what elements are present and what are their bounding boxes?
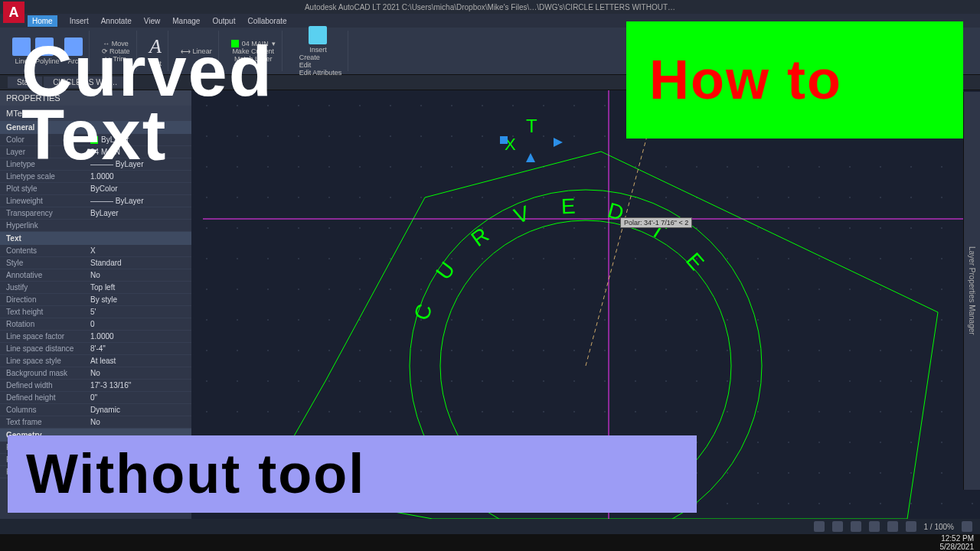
prop-row[interactable]: DirectionBy style (0, 294, 191, 306)
line-icon[interactable] (12, 37, 31, 56)
prop-row[interactable]: Background maskNo (0, 367, 191, 380)
tab-view[interactable]: View (144, 17, 161, 25)
drawing-canvas[interactable]: T X CURVEDTE Polar: 34'-1 7/16" < 2 (191, 90, 980, 519)
prop-value[interactable]: 741'-4 7/16" (90, 443, 185, 452)
prop-row[interactable]: Rotation0 (0, 318, 191, 331)
section-geometry[interactable]: Geometry (0, 429, 191, 442)
prop-row[interactable]: Defined height0" (0, 392, 191, 404)
prop-row[interactable]: Position Y218'-11 5/16" (0, 454, 191, 466)
prop-value[interactable]: Standard (90, 259, 185, 267)
tab-collaborate[interactable]: Collaborate (247, 17, 286, 25)
prop-value[interactable]: No (90, 369, 185, 377)
polyline-icon[interactable] (35, 37, 54, 56)
tab-start[interactable]: Start (8, 77, 42, 88)
move-button[interactable]: ↔ Move (103, 40, 129, 47)
zoom-level[interactable]: 1 / 100% (924, 523, 954, 531)
dim-linear[interactable]: ⟷ Linear (181, 47, 212, 55)
prop-value[interactable]: ByColor (90, 184, 185, 193)
tab-file[interactable]: CIRCLE…S WIT… (44, 77, 126, 88)
prop-row[interactable]: Text frameNo (0, 416, 191, 429)
model-icon[interactable] (814, 521, 825, 532)
prop-value[interactable]: 17'-3 13/16" (90, 381, 185, 390)
prop-row[interactable]: ColumnsDynamic (0, 404, 191, 416)
arc-icon[interactable] (64, 37, 83, 56)
gear-icon[interactable] (962, 521, 972, 532)
prop-value[interactable]: 5' (90, 308, 185, 316)
prop-value[interactable]: No (90, 271, 185, 279)
tab-output[interactable]: Output (212, 17, 235, 25)
layer-properties-manager-collapsed[interactable]: Layer Properties Manager (963, 92, 980, 490)
section-text[interactable]: Text (0, 232, 191, 245)
grip-icon[interactable] (500, 136, 508, 144)
prop-value[interactable]: 8'-4" (90, 344, 185, 353)
ribbon-tabs[interactable]: Home Insert Annotate View Manage Output … (0, 14, 980, 28)
section-general[interactable]: General (0, 121, 191, 134)
prop-value[interactable]: By style (90, 295, 185, 304)
prop-row[interactable]: Position Z0" (0, 466, 191, 478)
prop-key: Contents (6, 246, 90, 255)
prop-value[interactable]: 04 MAIN (90, 148, 185, 156)
prop-value[interactable]: 1.0000 (90, 172, 185, 181)
tab-manage[interactable]: Manage (172, 17, 200, 25)
prop-row[interactable]: Defined width17'-3 13/16" (0, 380, 191, 392)
prop-value[interactable]: 0" (90, 393, 185, 402)
prop-row[interactable]: ContentsX (0, 245, 191, 257)
prop-key: Defined width (6, 381, 90, 390)
prop-value[interactable]: 1.0000 (90, 332, 185, 341)
prop-row[interactable]: JustifyTop left (0, 282, 191, 294)
prop-row[interactable]: Text height5' (0, 306, 191, 318)
prop-value[interactable]: X (90, 246, 185, 255)
block-edit[interactable]: Edit (299, 61, 342, 69)
prop-row[interactable]: Line space factor1.0000 (0, 331, 191, 343)
prop-row[interactable]: AnnotativeNo (0, 269, 191, 282)
prop-value[interactable]: 0" (90, 468, 185, 476)
prop-value[interactable]: 218'-11 5/16" (90, 455, 185, 464)
ortho-toggle-icon[interactable] (869, 521, 880, 532)
window-title: Autodesk AutoCAD LT 2021 C:\Users\micha\… (305, 3, 675, 11)
block-create[interactable]: Create (299, 54, 342, 61)
polar-toggle-icon[interactable] (887, 521, 898, 532)
object-type-selector[interactable]: MText (0, 106, 191, 121)
grid-toggle-icon[interactable] (832, 521, 843, 532)
tab-home[interactable]: Home (28, 15, 57, 27)
prop-key: Layer (6, 148, 90, 156)
prop-row[interactable]: StyleStandard (0, 257, 191, 269)
curved-letter: E (560, 194, 576, 220)
make-current-button[interactable]: Make Current (232, 47, 274, 55)
prop-row[interactable]: Line space distance8'-4" (0, 343, 191, 355)
osnap-toggle-icon[interactable] (906, 521, 916, 532)
prop-row[interactable]: Linetype——— ByLayer (0, 158, 191, 171)
prop-row[interactable]: ColorByLayer (0, 134, 191, 146)
tab-annotate[interactable]: Annotate (101, 17, 132, 25)
prop-value[interactable]: 0 (90, 320, 185, 328)
layer-dropdown[interactable]: 04 MAIN ▾ (231, 40, 276, 47)
prop-value[interactable]: Dynamic (90, 406, 185, 414)
prop-row[interactable]: Linetype scale1.0000 (0, 171, 191, 183)
prop-value[interactable]: ——— ByLayer (90, 197, 185, 205)
block-edit-attr[interactable]: Edit Attributes (299, 69, 342, 77)
grip-arrow-icon[interactable] (554, 138, 563, 147)
prop-value[interactable] (90, 221, 185, 230)
trim-button[interactable]: ✂ Trim (105, 55, 126, 63)
prop-value[interactable]: Top left (90, 283, 185, 292)
text-icon[interactable]: A (149, 35, 162, 58)
prop-row[interactable]: Line space styleAt least (0, 355, 191, 367)
prop-value[interactable]: ByLayer (90, 209, 185, 217)
prop-value[interactable]: ——— ByLayer (90, 160, 185, 168)
prop-row[interactable]: Layer04 MAIN (0, 146, 191, 158)
prop-value[interactable]: At least (90, 357, 185, 365)
grip-arrow-down-icon[interactable] (526, 153, 535, 162)
prop-value[interactable]: ByLayer (90, 135, 185, 144)
prop-value[interactable]: No (90, 418, 185, 426)
prop-row[interactable]: Plot styleByColor (0, 183, 191, 195)
insert-icon[interactable] (309, 26, 327, 44)
match-layer-button[interactable]: Match Layer (234, 55, 273, 63)
rotate-button[interactable]: ⟳ Rotate (102, 47, 130, 55)
tab-insert[interactable]: Insert (70, 17, 89, 25)
prop-row[interactable]: TransparencyByLayer (0, 207, 191, 220)
snap-toggle-icon[interactable] (851, 521, 861, 532)
prop-row[interactable]: Lineweight——— ByLayer (0, 195, 191, 207)
prop-row[interactable]: Hyperlink (0, 220, 191, 232)
prop-row[interactable]: Position X741'-4 7/16" (0, 442, 191, 454)
document-tabs[interactable]: Start CIRCLE…S WIT… (0, 75, 980, 90)
